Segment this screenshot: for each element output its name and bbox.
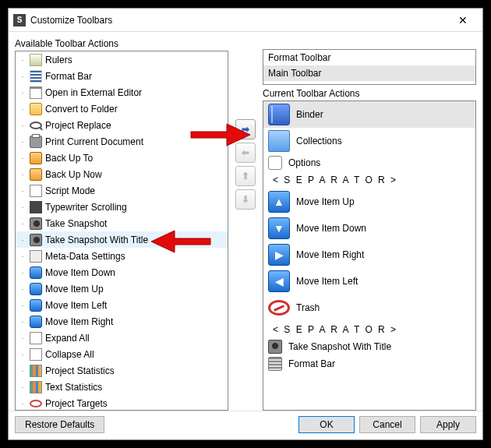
list-item-label: Rulers: [45, 55, 72, 65]
cancel-button[interactable]: Cancel: [359, 416, 415, 433]
list-item[interactable]: Trash: [263, 295, 475, 321]
list-item[interactable]: ▲Move Item Up: [263, 189, 475, 215]
list-item[interactable]: ·Move Item Down: [16, 264, 228, 280]
add-button[interactable]: ➡: [235, 119, 256, 139]
move-down-button[interactable]: ⬇: [235, 189, 256, 210]
i-expand-icon: [30, 332, 42, 344]
i-collapse-icon: [30, 348, 42, 361]
list-item[interactable]: ·Project Statistics: [16, 362, 228, 379]
list-item[interactable]: ·Collapse All: [16, 346, 228, 362]
list-item[interactable]: ·Take Snapshot With Title: [16, 231, 228, 248]
list-item[interactable]: ▶Move Item Right: [263, 242, 475, 268]
list-item-label: Project Replace: [45, 120, 111, 131]
list-item-label: Script Mode: [45, 185, 95, 196]
list-item[interactable]: ·Project Replace: [16, 117, 228, 133]
i-backup-icon: [30, 152, 42, 164]
window-title: Customize Toolbars: [30, 15, 448, 26]
remove-button[interactable]: ⬅: [235, 143, 256, 163]
tree-marker: ·: [19, 203, 26, 211]
list-item-label: Take Snapshot With Title: [288, 341, 391, 352]
dialog-footer: Restore Defaults OK Cancel Apply: [9, 411, 482, 439]
i-binder-icon: [268, 104, 290, 125]
list-item[interactable]: ·Move Item Left: [16, 297, 228, 313]
list-item[interactable]: ·Typewriter Scrolling: [16, 199, 228, 215]
list-item-label: Convert to Folder: [45, 104, 118, 115]
list-item[interactable]: Format Bar: [263, 355, 475, 372]
i-options-icon: [268, 156, 282, 170]
i-arrow-r-icon: [30, 316, 42, 328]
ok-button[interactable]: OK: [298, 416, 355, 433]
list-item[interactable]: ·Expand All: [16, 330, 228, 346]
i-printer-icon: [30, 136, 42, 148]
close-button[interactable]: ✕: [448, 9, 478, 31]
tree-marker: ·: [19, 285, 26, 293]
list-item[interactable]: ·Move Item Right: [16, 313, 228, 330]
restore-defaults-button[interactable]: Restore Defaults: [15, 416, 104, 433]
list-item[interactable]: ·Back Up Now: [16, 166, 228, 182]
move-up-button[interactable]: ⬆: [235, 166, 256, 186]
i-meta-icon: [30, 250, 42, 263]
transfer-buttons: ➡ ⬅ ⬆ ⬇: [231, 35, 260, 411]
i-search-icon: [30, 122, 42, 129]
list-item[interactable]: ·Take Snapshot: [16, 215, 228, 231]
dialog-window: S Customize Toolbars ✕ Available Toolbar…: [8, 8, 483, 440]
list-item-label: Trash: [296, 302, 320, 313]
list-item[interactable]: ·Script Mode: [16, 182, 228, 199]
current-actions-list[interactable]: BinderCollectionsOptions< S E P A R A T …: [263, 101, 476, 411]
list-item-label: Open in External Editor: [45, 87, 142, 98]
i-type-icon: [30, 201, 42, 213]
i-target-icon: [30, 400, 42, 407]
list-item[interactable]: ·Move Item Up: [16, 280, 228, 297]
list-item-label: Move Item Down: [296, 223, 366, 234]
i-arrow-d-icon: ▼: [268, 217, 290, 239]
tree-marker: ·: [19, 318, 26, 326]
toolbar-option[interactable]: Main Toolbar: [263, 65, 475, 81]
apply-button[interactable]: Apply: [420, 416, 476, 433]
tree-marker: ·: [19, 269, 26, 277]
tree-marker: ·: [19, 122, 26, 129]
right-column: Format ToolbarMain Toolbar Current Toolb…: [263, 35, 476, 411]
left-column: Available Toolbar Actions ·Rulers·Format…: [15, 35, 228, 411]
toolbar-list[interactable]: Format ToolbarMain Toolbar: [263, 49, 476, 85]
list-item[interactable]: ·Convert to Folder: [16, 101, 228, 117]
i-arrow-r-icon: ▶: [268, 244, 290, 266]
list-item[interactable]: ·Project Targets: [16, 395, 228, 411]
list-item[interactable]: ▼Move Item Down: [263, 215, 475, 242]
i-stats-icon: [30, 381, 42, 393]
tree-marker: ·: [19, 154, 26, 162]
tree-marker: ·: [19, 302, 26, 309]
list-item-label: Move Item Right: [45, 316, 113, 327]
list-item[interactable]: ·Text Statistics: [16, 379, 228, 395]
available-actions-list[interactable]: ·Rulers·Format Bar·Open in External Edit…: [15, 51, 228, 411]
list-item[interactable]: ·Meta-Data Settings: [16, 248, 228, 264]
list-item-label: Back Up To: [45, 153, 93, 164]
i-folder-icon: [30, 103, 42, 115]
list-item[interactable]: ·Print Current Document: [16, 133, 228, 150]
list-item[interactable]: ·Rulers: [16, 51, 228, 68]
list-item-label: Collapse All: [45, 349, 94, 360]
tree-marker: ·: [19, 367, 26, 375]
tree-marker: ·: [19, 220, 26, 228]
list-item[interactable]: ·Back Up To: [16, 150, 228, 166]
list-item-label: Binder: [296, 109, 323, 120]
list-item[interactable]: ◀Move Item Left: [263, 268, 475, 295]
separator-label: < S E P A R A T O R >: [268, 175, 397, 185]
i-stats-icon: [30, 365, 42, 377]
list-item[interactable]: ·Open in External Editor: [16, 84, 228, 101]
app-icon: S: [13, 14, 26, 26]
i-formatbar-icon: [268, 357, 282, 371]
list-item[interactable]: ·Format Bar: [16, 68, 228, 84]
list-item[interactable]: Collections: [263, 128, 475, 154]
i-trash-icon: [268, 300, 290, 316]
i-camera-icon: [30, 217, 42, 230]
list-item[interactable]: Binder: [263, 101, 475, 128]
list-item[interactable]: Options: [263, 154, 475, 171]
separator-label: < S E P A R A T O R >: [268, 324, 397, 335]
list-item-label: Move Item Up: [296, 196, 355, 207]
list-item-label: Format Bar: [45, 71, 92, 82]
tree-marker: ·: [19, 138, 26, 146]
separator-item[interactable]: < S E P A R A T O R >: [263, 321, 475, 338]
separator-item[interactable]: < S E P A R A T O R >: [263, 171, 475, 189]
list-item[interactable]: Take Snapshot With Title: [263, 338, 475, 355]
toolbar-option[interactable]: Format Toolbar: [263, 50, 475, 65]
